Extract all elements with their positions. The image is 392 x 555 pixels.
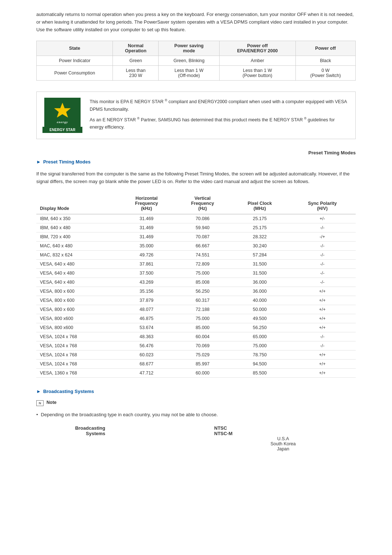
indicator-epa: Amber [219,56,295,66]
table-row: VESA, 640 x 480 43.269 85.008 36.000 -/- [36,278,356,287]
mode-display: MAC, 832 x 624 [36,250,119,259]
mode-px: 36.000 [230,278,289,287]
mode-px: 28.322 [230,232,289,241]
mode-h: 48.363 [119,332,175,341]
ntsc-country-usa: U.S.A [214,436,352,441]
table-row: VESA, 1024 x 768 56.476 70.069 75.000 -/… [36,341,356,350]
mode-v: 59.940 [175,223,230,232]
mode-px: 25.175 [230,223,289,232]
mode-px: 30.240 [230,241,289,250]
mode-display: VESA, 1024 x 768 [36,332,119,341]
mode-sync: +/+ [289,314,356,323]
modes-th-display: Display Mode [36,193,119,214]
mode-px: 85.500 [230,368,289,377]
mode-sync: -/+ [289,232,356,241]
mode-px: 75.000 [230,341,289,350]
mode-v: 60.000 [175,368,230,377]
mode-v: 72.809 [175,259,230,268]
modes-th-sync: Sync Polarity(H/V) [289,193,356,214]
mode-v: 70.087 [175,232,230,241]
broadcasting-subsection-heading: ► Broadcasting Systems [36,389,356,394]
mode-sync: -/- [289,241,356,250]
mode-sync: +/+ [289,287,356,296]
row-label-indicator: Power Indicator [37,56,113,66]
mode-v: 75.029 [175,350,230,359]
mode-display: VESA, 640 x 480 [36,278,119,287]
svg-marker-0 [54,103,70,117]
mode-px: 78.750 [230,350,289,359]
table-row: VESA, 1024 x 768 48.363 60.004 65.000 -/… [36,332,356,341]
preset-heading-right: Preset Timing Modes [36,150,356,155]
consumption-saving: Less than 1 W(Off-mode) [159,66,220,81]
preset-subsection-label: Preset Timing Modes [43,159,91,165]
energy-star-logo: energy ENERGY STAR [42,98,82,133]
table-row: IBM, 640 x 480 31.469 59.940 25.175 -/- [36,223,356,232]
broadcasting-ntsc-col: NTSC NTSC-M U.S.A South Korea Japan [109,423,356,454]
mode-px: 94.500 [230,359,289,368]
mode-px: 25.175 [230,214,289,223]
mode-h: 53.674 [119,323,175,332]
mode-h: 35.156 [119,287,175,296]
table-row: VESA, 1024 x 768 68.677 85.997 94.500 +/… [36,359,356,368]
mode-display: IBM, 720 x 400 [36,232,119,241]
ntsc-m-label: NTSC-M [163,431,352,436]
th-state: State [37,41,113,56]
mode-h: 37.879 [119,296,175,305]
mode-v: 70.069 [175,341,230,350]
indicator-off: Black [295,56,355,66]
table-row: VESA, 800 x 600 48.077 72.188 50.000 +/+ [36,305,356,314]
note-box: N Note [36,400,356,406]
mode-v: 85.997 [175,359,230,368]
row-label-consumption: Power Consumption [37,66,113,81]
mode-display: VESA, 1360 x 768 [36,368,119,377]
consumption-off: 0 W(Power Switch) [295,66,355,81]
mode-v: 75.000 [175,314,230,323]
table-row: MAC, 832 x 624 49.726 74.551 57.284 -/- [36,250,356,259]
broadcasting-table: BroadcastingSystems NTSC NTSC-M U.S.A So… [36,423,356,454]
modes-th-h-freq: HorizontalFrequency(kHz) [119,193,175,214]
table-row: VESA, 800 x 600 35.156 56.250 36.000 +/+ [36,287,356,296]
broadcasting-subsection-label: Broadcasting Systems [43,389,94,394]
mode-px: 57.284 [230,250,289,259]
table-row: VESA, 800 x600 53.674 85.000 56.250 +/+ [36,323,356,332]
preset-subsection-heading: ► Preset Timing Modes [36,159,356,165]
mode-v: 70.086 [175,214,230,223]
table-row: VESA, 640 x 480 37.500 75.000 31.500 -/- [36,268,356,278]
mode-display: VESA, 1024 x 768 [36,350,119,359]
page-container: automatically returns to normal operatio… [0,0,392,468]
mode-display: VESA, 1024 x 768 [36,341,119,350]
mode-px: 40.000 [230,296,289,305]
mode-px: 65.000 [230,332,289,341]
mode-display: VESA, 640 x 480 [36,268,119,278]
mode-sync: -/- [289,268,356,278]
mode-v: 60.317 [175,296,230,305]
ntsc-label: NTSC [163,425,352,431]
table-row: VESA, 1024 x 768 60.023 75.029 78.750 +/… [36,350,356,359]
mode-px: 31.500 [230,268,289,278]
note-bullet-text: Depending on the broadcasting type in ea… [41,412,218,417]
mode-display: VESA, 1024 x 768 [36,359,119,368]
mode-sync: -/- [289,278,356,287]
ntsc-countries: U.S.A South Korea Japan [163,436,352,451]
preset-body-text: If the signal transferred from the compu… [36,170,356,186]
mode-h: 46.875 [119,314,175,323]
ntsc-country-japan: Japan [214,446,352,451]
table-row: Power Indicator Green Green, Blinking Am… [37,56,356,66]
power-table-section: State NormalOperation Power savingmode P… [36,41,356,81]
mode-v: 75.000 [175,268,230,278]
mode-display: MAC, 640 x 480 [36,241,119,250]
mode-h: 48.077 [119,305,175,314]
mode-h: 37.861 [119,259,175,268]
broadcasting-systems-label: BroadcastingSystems [36,423,109,454]
mode-display: IBM, 640 x 350 [36,214,119,223]
th-normal: NormalOperation [113,41,159,56]
indicator-saving: Green, Blinking [159,56,220,66]
mode-h: 31.469 [119,223,175,232]
mode-sync: +/- [289,214,356,223]
mode-h: 56.476 [119,341,175,350]
mode-display: VESA, 800 x600 [36,314,119,323]
mode-sync: +/+ [289,350,356,359]
mode-v: 72.188 [175,305,230,314]
mode-v: 60.004 [175,332,230,341]
mode-sync: +/+ [289,368,356,377]
